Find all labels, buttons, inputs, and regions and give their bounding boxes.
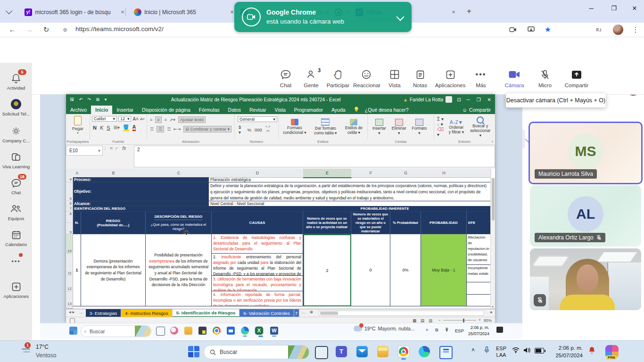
mail-icon[interactable] (356, 346, 368, 357)
shared-clock[interactable]: 2:06 p. m.25/07/2024 (468, 325, 489, 337)
conditional-format-button[interactable]: Formato condicional ▾ (282, 119, 307, 135)
teams-taskbar-icon[interactable]: T (336, 346, 347, 357)
grow-font-icon[interactable]: A˄ (132, 116, 139, 122)
notes-button[interactable]: Notas (407, 68, 433, 88)
bookmark-star-icon[interactable]: ★ (542, 24, 553, 35)
shared-cast-icon[interactable]: ⧉ (435, 328, 438, 333)
share-button[interactable]: Compartir (563, 68, 590, 88)
shared-search-box[interactable]: ⌕Buscar (81, 325, 151, 337)
fill-icon[interactable]: ↓ (437, 122, 439, 127)
align-right-icon[interactable]: ☰ (167, 127, 171, 132)
tab-camera-icon[interactable] (507, 24, 519, 35)
alcance-label-cell[interactable]: Alcance: (73, 201, 209, 206)
rail-item-solicitud[interactable]: Solicitud Tel... (0, 98, 32, 116)
align-bottom-icon[interactable]: ≡ (165, 117, 167, 122)
edge-icon[interactable] (419, 346, 430, 357)
view-layout-icon[interactable]: ▤ (421, 318, 424, 323)
forward-icon[interactable]: → (24, 24, 35, 35)
cell-veces-selected[interactable]: 2 (303, 234, 351, 306)
cell-pct[interactable]: 0% (390, 234, 421, 306)
sheet-tab-estrategias[interactable]: 3- Estrategias (86, 309, 122, 317)
install-app-icon[interactable] (525, 24, 537, 35)
shared-explorer-icon[interactable] (184, 327, 192, 335)
cell-descripcion[interactable]: Posibilidad de presentación extemporanea… (146, 234, 212, 306)
ribbon-tab-formulas[interactable]: Fórmulas (195, 106, 224, 114)
alcance-value-cell[interactable]: Nivel Central - Nivel Seccional (209, 201, 491, 206)
volume-icon[interactable] (523, 347, 530, 354)
shared-excel-icon[interactable]: X (255, 327, 263, 335)
proceso-value-cell[interactable]: Planeación estratégica (209, 177, 491, 182)
align-left-icon[interactable]: ☰ (150, 127, 154, 132)
shared-start-icon[interactable] (69, 327, 77, 335)
window-restore-button[interactable]: ❐ (604, 0, 623, 17)
wifi-icon[interactable] (512, 347, 520, 353)
font-color-icon[interactable]: A (132, 124, 136, 131)
self-video-tile[interactable] (530, 248, 641, 310)
zoom-slider[interactable] (443, 320, 476, 321)
rail-item-actividad[interactable]: 5 Actividad (0, 72, 32, 90)
shared-store-icon[interactable] (227, 327, 235, 335)
shared-taskview-icon[interactable] (156, 327, 165, 336)
rail-item-calendario[interactable]: Calendario (0, 229, 32, 247)
cell-efecto-2[interactable]: Incumplimie metas estab (467, 265, 491, 282)
tray-mic-icon[interactable] (484, 346, 490, 354)
shared-lang[interactable]: ESP (455, 328, 464, 333)
cell-materializo[interactable]: 0 (351, 234, 390, 306)
tray-language[interactable]: ESPLAA (496, 345, 506, 359)
participant-tile-mauricio[interactable]: MS Mauricio Larrota Silva (528, 122, 643, 184)
name-box[interactable]: E10▾ (66, 146, 103, 156)
taskview-icon[interactable] (315, 346, 328, 359)
browser-profile-avatar[interactable] (613, 25, 623, 35)
cell-efecto-4[interactable] (467, 295, 491, 306)
ribbon-tab-archivo[interactable]: Archivo (66, 106, 91, 114)
excel-minimize-icon[interactable]: ─ (467, 97, 470, 102)
merge-center-button[interactable]: ⊟ Combinar y centrar ▾ (183, 126, 231, 132)
rail-item-company[interactable]: Company C... (0, 125, 32, 143)
cell-causa-1[interactable]: 1. Existencia de metodologías confusas y… (212, 234, 303, 254)
sheet-overflow-left[interactable]: … (77, 309, 86, 317)
sheet-tab-instructivo[interactable]: 4- Instructivo Riesgos (121, 309, 172, 317)
camera-usage-notification[interactable]: Google Chrome está usando la cámara web (234, 2, 412, 32)
bold-button[interactable]: N (93, 125, 97, 131)
browser-menu-icon[interactable]: ⋮ (630, 24, 641, 35)
underline-button[interactable]: S (107, 125, 110, 131)
browser-tab-2[interactable]: Inicio | Microsoft 365 × (130, 4, 239, 21)
percent-icon[interactable]: % (247, 127, 251, 132)
camera-button[interactable]: Cámara (501, 68, 528, 88)
sheet-tab-identificacion[interactable]: 5- Identificación de Riesgos (173, 309, 240, 317)
formula-input[interactable]: 2 (134, 146, 495, 167)
rail-item-aplicaciones[interactable]: Aplicaciones (0, 280, 32, 299)
shared-stickynotes-icon[interactable] (198, 327, 206, 335)
ribbon-tab-revisar[interactable]: Revisar (245, 106, 271, 114)
format-as-table-button[interactable]: Dar formato como tabla ▾ (312, 118, 339, 135)
taskbar-clock[interactable]: 2:06 p. m.25/07/2024 (551, 345, 583, 359)
indent-icons[interactable]: ⇤⇥ (173, 127, 181, 132)
chrome-icon[interactable] (398, 346, 409, 357)
ribbon-tab-vista[interactable]: Vista (271, 106, 290, 114)
align-middle-icon[interactable]: ≡ (155, 116, 161, 123)
ribbon-tab-programador[interactable]: Programador (290, 106, 327, 114)
rail-item-equipos[interactable]: Equipos (0, 203, 32, 221)
tab-close-icon[interactable]: × (450, 8, 457, 16)
reload-icon[interactable]: ↻ (41, 24, 52, 35)
italic-button[interactable]: K (100, 125, 103, 131)
shrink-font-icon[interactable]: A˅ (140, 117, 145, 121)
ribbon-tab-insertar[interactable]: Insertar (112, 106, 138, 114)
font-size-select[interactable]: 12▾ (118, 116, 131, 122)
tab-search-chevron-icon[interactable] (6, 8, 12, 14)
mic-button[interactable]: Micro (532, 68, 558, 88)
ribbon-tab-inicio[interactable]: Inicio (91, 106, 112, 114)
remote-print-icon[interactable] (439, 346, 453, 359)
cell-n1[interactable]: 1 (73, 234, 81, 306)
cell-causa-3[interactable]: 3. Utilización de herramientas con baja … (212, 276, 303, 291)
view-normal-icon[interactable]: ▦ (413, 318, 416, 323)
window-close-button[interactable]: ✕ (625, 0, 644, 17)
explorer-icon[interactable] (377, 346, 388, 357)
site-info-icon[interactable]: ⊜ (59, 24, 71, 35)
fill-color-icon[interactable]: 🪣 (123, 124, 129, 131)
cell-probabilidad[interactable]: Muy Baja - 1 (421, 234, 467, 306)
new-tab-button[interactable]: + (464, 6, 474, 16)
orientation-icon[interactable]: ⇗▾ (170, 117, 175, 122)
sheet-tab-partial[interactable]: 7 (294, 309, 299, 317)
react-button[interactable]: Reaccionar (353, 68, 380, 88)
